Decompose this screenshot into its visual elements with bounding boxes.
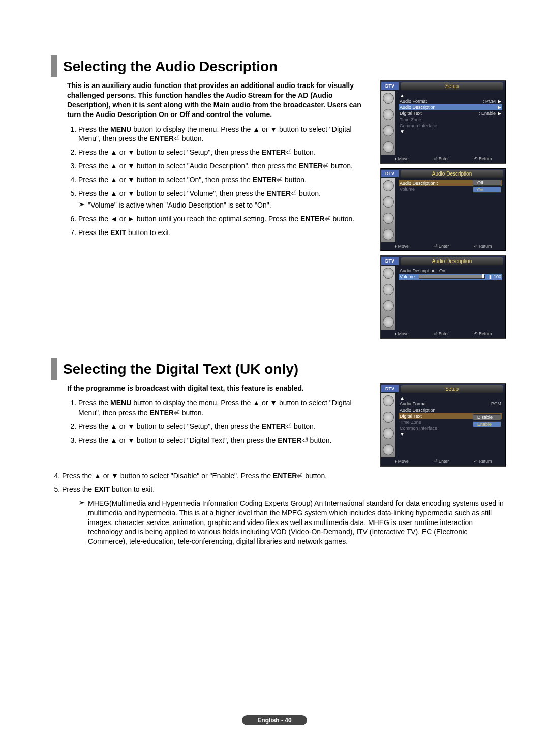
osd-sidebar-icon [383,444,394,455]
osd-title: Setup [401,82,503,90]
osd-sidebar [381,266,395,330]
scroll-down-icon: ▼ [399,129,502,134]
intro-2: If the programme is broadcast with digit… [67,384,371,393]
enter-icon: ⏎ [325,214,331,224]
enter-icon: ⏎ [323,161,329,171]
enter-icon: ⏎ [297,471,303,481]
osd-dtv-badge: DTV [381,257,399,265]
osd-ad-2: DTV Audio Description Audio Description … [381,256,506,338]
enter-icon: ⏎ [291,189,297,198]
osd-dtv-badge: DTV [381,170,399,177]
osd-title: Audio Description [401,257,503,265]
step-2-3: Press the ▲ or ▼ button to select "Digit… [78,435,371,445]
step-1-4: Press the ▲ or ▼ button to select "On", … [78,175,371,185]
osd-dtv-badge: DTV [381,82,399,90]
enter-icon: ⏎ [286,422,292,431]
page-number: English - 40 [242,715,307,725]
osd-setup-2: DTV Setup ▲ Audio Format: PCM Audio Desc… [381,384,506,466]
osd-sidebar-icon [383,125,394,136]
step-1-2: Press the ▲ or ▼ button to select "Setup… [78,148,371,157]
osd-title: Setup [401,385,503,393]
steps-list-2-cont: Press the ▲ or ▼ button to select "Disab… [51,471,506,495]
osd-sidebar-icon [383,213,394,224]
section-title-1: Selecting the Audio Description [51,55,506,77]
step-2-1: Press the MENU button to display the men… [78,398,371,418]
option-enable: Enable [473,421,501,427]
osd-footer: ♦ Move ⏎ Enter ↶ Return [381,330,505,338]
osd-sidebar [381,178,395,242]
step-1-3: Press the ▲ or ▼ button to select "Audio… [78,161,371,171]
osd-sidebar-icon [383,300,394,311]
step-1-6: Press the ◄ or ► button until you reach … [78,214,371,224]
osd-sidebar-icon [383,316,394,328]
section-title-2: Selecting the Digital Text (UK only) [51,358,506,380]
scroll-up-icon: ▲ [399,395,502,401]
intro-1: This is an auxiliary audio function that… [67,81,371,120]
osd-footer: ♦ Move ⏎ Enter ↶ Return [381,457,505,466]
mheg-note: ➣ MHEG(Multimedia and Hypermedia Informa… [51,499,506,546]
step-2-4: Press the ▲ or ▼ button to select "Disab… [62,471,506,481]
note-icon: ➣ [78,200,85,210]
osd-row-highlight: Volume ▮100 [399,274,502,280]
step-1-5: Press the ▲ or ▼ button to select "Volum… [78,189,371,210]
osd-ad-1: DTV Audio Description Audio Description … [381,168,506,251]
osd-title: Audio Description [401,170,503,178]
osd-sidebar-icon [383,284,394,295]
osd-row-highlight: Audio Description▶ [399,104,502,110]
step-1-7: Press the EXIT button to exit. [78,228,371,238]
osd-sidebar-icon [383,412,394,423]
osd-sidebar-icon [383,428,394,439]
osd-sidebar-icon [383,395,394,406]
osd-sidebar-icon [383,93,394,104]
osd-setup-1: DTV Setup ▲ Audio Format: PCM▶ Audio Des… [381,81,506,163]
enter-icon: ⏎ [174,408,180,418]
scroll-down-icon: ▼ [399,431,502,437]
osd-sidebar-icon [383,196,394,208]
note-1: ➣ "Volume" is active when "Audio Descrip… [78,200,371,210]
volume-slider [419,275,485,279]
steps-list-2: Press the MENU button to display the men… [67,398,371,445]
osd-sidebar-icon [383,180,394,191]
page-footer: English - 40 [0,715,549,725]
osd-sidebar-icon [383,268,394,279]
enter-icon: ⏎ [174,134,180,143]
osd-dtv-badge: DTV [381,385,399,392]
step-2-2: Press the ▲ or ▼ button to select "Setup… [78,422,371,431]
osd-sidebar-icon [383,229,394,240]
scroll-up-icon: ▲ [399,93,502,98]
step-1-1: Press the MENU button to display the men… [78,125,371,144]
option-on: On [473,187,501,193]
osd-sidebar [381,91,395,155]
enter-icon: ⏎ [302,435,308,445]
steps-list-1: Press the MENU button to display the men… [67,125,371,238]
enter-icon: ⏎ [286,148,292,157]
enter-icon: ⏎ [277,175,283,185]
option-disable: Disable [473,414,501,420]
osd-sidebar [381,393,395,457]
osd-footer: ♦ Move ⏎ Enter ↶ Return [381,155,505,163]
option-off: Off [473,180,501,186]
osd-footer: ♦ Move ⏎ Enter ↶ Return [381,242,505,250]
step-2-5: Press the EXIT button to exit. [62,485,506,495]
osd-sidebar-icon [383,141,394,153]
note-icon: ➣ [78,499,85,546]
osd-sidebar-icon [383,109,394,120]
